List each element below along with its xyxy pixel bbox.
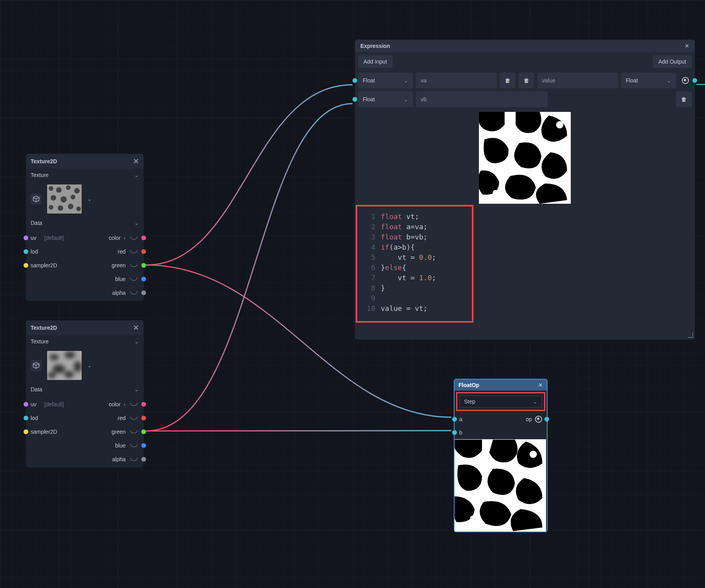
trash-icon[interactable] <box>676 91 692 107</box>
port-value-dot[interactable] <box>692 78 697 83</box>
svg-point-17 <box>53 365 65 373</box>
port-blue-dot[interactable] <box>141 277 146 281</box>
eye-icon <box>682 77 689 84</box>
node-title: Texture2D <box>31 325 57 331</box>
add-output-button[interactable]: Add Output <box>653 55 692 68</box>
floatop-preview <box>455 439 546 531</box>
svg-point-25 <box>470 515 476 521</box>
port-color-dot[interactable] <box>141 402 146 407</box>
texture-section-toggle[interactable]: Texture ⌄ <box>26 169 144 181</box>
chevron-down-icon: ⌄ <box>134 338 139 345</box>
texture2d-node-1[interactable]: Texture2D ✕ Texture ⌄ ⌄ Data ⌄ uv [defau… <box>26 154 144 301</box>
svg-point-14 <box>49 354 59 360</box>
port-uv-dot[interactable] <box>24 236 28 240</box>
chevron-right-icon: › <box>124 235 126 241</box>
input-type-select[interactable]: Float⌄ <box>358 73 413 88</box>
texture2d-node-2[interactable]: Texture2D ✕ Texture ⌄ ⌄ Data ⌄ uv [defau… <box>26 320 144 467</box>
port-blue-dot[interactable] <box>141 443 146 448</box>
expression-node[interactable]: Expression ✕ Add Input Add Output Float⌄… <box>355 40 695 340</box>
expression-preview <box>479 112 571 204</box>
add-input-button[interactable]: Add Input <box>358 55 393 68</box>
chevron-down-icon: ⌄ <box>533 398 537 405</box>
resize-handle[interactable] <box>688 332 693 338</box>
close-icon[interactable]: ✕ <box>133 157 139 166</box>
chevron-down-icon: ⌄ <box>404 77 408 84</box>
output-name-field[interactable]: value <box>537 73 618 88</box>
trash-icon[interactable] <box>500 73 515 88</box>
port-red-dot[interactable] <box>141 416 146 420</box>
port-green-dot[interactable] <box>141 263 146 268</box>
output-visibility-toggle[interactable] <box>679 77 692 84</box>
port-collapse-icon[interactable] <box>130 278 137 281</box>
port-collapse-icon[interactable] <box>130 444 137 447</box>
port-collapse-icon[interactable] <box>130 291 137 294</box>
eye-icon[interactable] <box>535 416 542 423</box>
port-lod-dot[interactable] <box>24 416 28 420</box>
data-section-toggle[interactable]: Data ⌄ <box>26 217 144 229</box>
trash-icon[interactable] <box>519 73 534 88</box>
node-title: Texture2D <box>31 158 57 164</box>
port-green-dot[interactable] <box>141 429 146 434</box>
port-uv-dot[interactable] <box>24 402 28 407</box>
port-collapse-icon[interactable] <box>130 458 137 461</box>
svg-point-21 <box>556 121 564 128</box>
port-collapse-icon[interactable] <box>130 236 137 239</box>
port-color-dot[interactable] <box>141 236 146 240</box>
texture-section-toggle[interactable]: Texture ⌄ <box>26 335 144 348</box>
svg-point-22 <box>493 190 498 195</box>
chevron-down-icon[interactable]: ⌄ <box>87 196 92 202</box>
port-lod-dot[interactable] <box>24 249 28 254</box>
port-collapse-icon[interactable] <box>130 416 137 420</box>
operation-select[interactable]: Step ⌄ <box>460 396 542 407</box>
port-collapse-icon[interactable] <box>130 403 137 406</box>
svg-point-18 <box>48 372 56 378</box>
svg-point-24 <box>530 451 537 458</box>
port-alpha-dot[interactable] <box>141 457 146 462</box>
chevron-down-icon: ⌄ <box>134 220 139 226</box>
node-title: Expression <box>360 43 390 49</box>
port-sampler-dot[interactable] <box>24 429 28 434</box>
port-va-dot[interactable] <box>352 78 357 83</box>
port-collapse-icon[interactable] <box>130 264 137 267</box>
port-b-dot[interactable] <box>452 430 457 435</box>
highlight-box-select: Step ⌄ <box>456 392 545 411</box>
code-editor[interactable]: 1float vt; 2float a=va; 3float b=vb; 4if… <box>355 207 695 318</box>
port-collapse-icon[interactable] <box>130 250 137 253</box>
chevron-down-icon: ⌄ <box>134 172 139 178</box>
svg-rect-12 <box>47 184 82 214</box>
chevron-down-icon[interactable]: ⌄ <box>87 362 92 369</box>
svg-point-19 <box>64 371 74 378</box>
close-icon[interactable]: ✕ <box>685 43 689 49</box>
port-op-dot[interactable] <box>544 417 549 422</box>
chevron-down-icon: ⌄ <box>667 77 671 84</box>
chevron-down-icon: ⌄ <box>134 386 139 393</box>
node-title: FloatOp <box>458 382 479 388</box>
port-collapse-icon[interactable] <box>130 430 137 433</box>
port-sampler-dot[interactable] <box>24 263 28 268</box>
input-name-field[interactable]: va <box>416 73 497 88</box>
chevron-right-icon: › <box>124 401 126 407</box>
data-section-toggle[interactable]: Data ⌄ <box>26 383 144 396</box>
input-name-field[interactable]: vb <box>416 91 548 107</box>
svg-point-16 <box>74 361 82 372</box>
chevron-down-icon: ⌄ <box>404 96 408 102</box>
cube-icon[interactable] <box>31 360 42 371</box>
port-a-dot[interactable] <box>452 417 457 422</box>
output-type-select[interactable]: Float⌄ <box>621 73 676 88</box>
close-icon[interactable]: ✕ <box>538 382 543 388</box>
port-red-dot[interactable] <box>141 249 146 254</box>
input-type-select[interactable]: Float⌄ <box>358 91 413 107</box>
port-alpha-dot[interactable] <box>141 290 146 295</box>
texture-thumbnail[interactable] <box>47 184 82 214</box>
cube-icon[interactable] <box>31 194 42 205</box>
svg-point-15 <box>64 351 75 358</box>
floatop-node[interactable]: FloatOp ✕ Step ⌄ a op b <box>454 379 548 532</box>
close-icon[interactable]: ✕ <box>133 323 139 332</box>
port-vb-dot[interactable] <box>352 97 357 102</box>
texture-thumbnail[interactable] <box>47 351 82 380</box>
